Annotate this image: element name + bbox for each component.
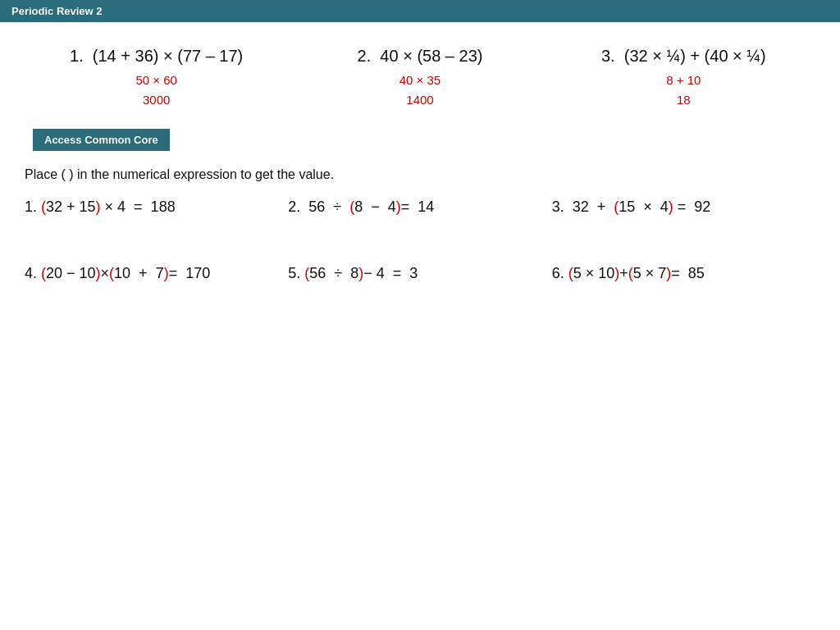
close-paren-5: ) bbox=[358, 265, 363, 281]
open-paren-1: ( bbox=[41, 199, 46, 215]
open-paren-5: ( bbox=[304, 265, 309, 281]
instruction-text: Place ( ) in the numerical expression to… bbox=[25, 167, 815, 182]
problem-1-expression: 1. (14 + 36) × (77 – 17) bbox=[25, 47, 288, 66]
problem-3-expression: 3. (32 × ¼) + (40 × ¼) bbox=[552, 47, 815, 66]
problem-2-step2: 1400 bbox=[288, 90, 551, 110]
problem-1-step1: 50 × 60 bbox=[25, 71, 288, 90]
close-paren-2: ) bbox=[396, 199, 401, 215]
problem-2-step1: 40 × 35 bbox=[288, 71, 551, 90]
acc-problem-1: 1. (32 + 15) × 4 = 188 bbox=[25, 199, 288, 216]
acc-problems-row-2: 4. (20 − 10)×(10 + 7)= 170 5. (56 ÷ 8)− … bbox=[25, 265, 815, 282]
problem-3-step2: 18 bbox=[552, 90, 815, 110]
periodic-review-problems-row: 1. (14 + 36) × (77 – 17) 50 × 60 3000 2.… bbox=[25, 39, 815, 114]
access-common-core-section: Place ( ) in the numerical expression to… bbox=[0, 151, 840, 290]
problem-2-expression: 2. 40 × (58 – 23) bbox=[288, 47, 551, 66]
acc-problem-5: 5. (56 ÷ 8)− 4 = 3 bbox=[288, 265, 551, 282]
acc-problem-2: 2. 56 ÷ (8 − 4)= 14 bbox=[288, 199, 551, 216]
problem-3: 3. (32 × ¼) + (40 × ¼) 8 + 10 18 bbox=[552, 47, 815, 110]
acc-problem-3: 3. 32 + (15 × 4) = 92 bbox=[552, 199, 815, 216]
close-paren-6b: ) bbox=[666, 265, 671, 281]
open-paren-4b: ( bbox=[109, 265, 114, 281]
acc-problem-6: 6. (5 × 10)+(5 × 7)= 85 bbox=[552, 265, 815, 282]
acc-problem-4: 4. (20 − 10)×(10 + 7)= 170 bbox=[25, 265, 288, 282]
close-paren-1: ) bbox=[96, 199, 101, 215]
problem-3-step1: 8 + 10 bbox=[552, 71, 815, 90]
open-paren-6b: ( bbox=[628, 265, 633, 281]
close-paren-3: ) bbox=[669, 199, 673, 215]
open-paren-4a: ( bbox=[41, 265, 46, 281]
problem-2: 2. 40 × (58 – 23) 40 × 35 1400 bbox=[288, 47, 551, 110]
close-paren-6a: ) bbox=[614, 265, 619, 281]
access-common-core-banner-wrapper: Access Common Core bbox=[0, 122, 840, 151]
periodic-review-header: Periodic Review 2 bbox=[0, 0, 840, 22]
close-paren-4b: ) bbox=[164, 265, 169, 281]
open-paren-2: ( bbox=[349, 199, 354, 215]
problem-1-step2: 3000 bbox=[25, 90, 288, 110]
access-common-core-banner: Access Common Core bbox=[33, 129, 170, 151]
acc-problems-row-1: 1. (32 + 15) × 4 = 188 2. 56 ÷ (8 − 4)= … bbox=[25, 199, 815, 216]
close-paren-4a: ) bbox=[96, 265, 101, 281]
open-paren-3: ( bbox=[614, 199, 619, 215]
open-paren-6a: ( bbox=[568, 265, 573, 281]
periodic-review-section: 1. (14 + 36) × (77 – 17) 50 × 60 3000 2.… bbox=[0, 22, 840, 122]
problem-1: 1. (14 + 36) × (77 – 17) 50 × 60 3000 bbox=[25, 47, 288, 110]
